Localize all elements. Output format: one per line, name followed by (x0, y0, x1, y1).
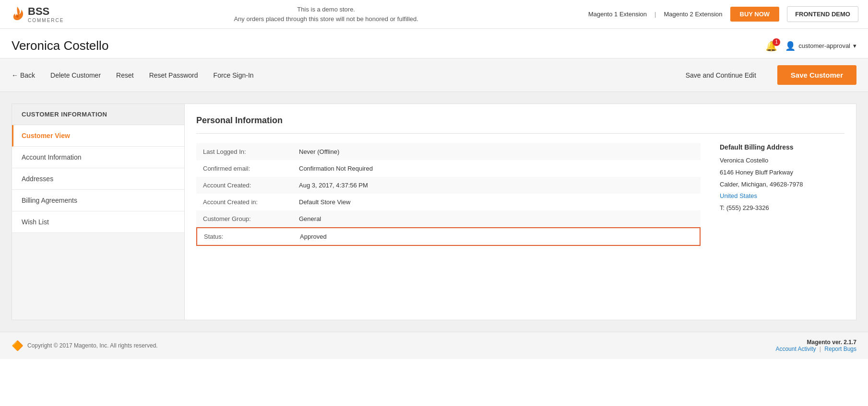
toolbar: ← Back Delete Customer Reset Reset Passw… (0, 58, 868, 92)
report-bugs-link[interactable]: Report Bugs (824, 346, 856, 352)
user-menu[interactable]: 👤 customer-approval ▾ (785, 41, 856, 51)
back-button[interactable]: ← Back (12, 69, 35, 82)
frontend-demo-button[interactable]: FRONTEND DEMO (787, 6, 858, 22)
logo-text: BSS COMMERCE (28, 5, 64, 23)
sidebar: CUSTOMER INFORMATION Customer View Accou… (12, 104, 184, 320)
page-header: Veronica Costello 🔔 1 👤 customer-approva… (0, 29, 868, 58)
user-icon: 👤 (785, 41, 796, 51)
info-row-status: Status: Approved (196, 227, 701, 246)
info-row-customer-group: Customer Group: General (196, 210, 701, 227)
billing-country-link[interactable]: United States (720, 192, 757, 199)
force-signin-button[interactable]: Force Sign-In (214, 69, 254, 82)
magento2-link[interactable]: Magento 2 Extension (664, 11, 722, 18)
info-label: Customer Group: (196, 210, 292, 227)
section-title: Personal Information (196, 116, 844, 126)
bss-flame-icon (10, 6, 25, 23)
info-row-last-logged-in: Last Logged In: Never (Offline) (196, 143, 701, 160)
info-value: General (292, 210, 701, 227)
notification-bell[interactable]: 🔔 1 (765, 40, 777, 52)
billing-street: 6146 Honey Bluff Parkway (720, 168, 844, 178)
main-content: CUSTOMER INFORMATION Customer View Accou… (0, 92, 868, 332)
sidebar-item-billing-agreements[interactable]: Billing Agreements (12, 190, 184, 211)
sidebar-item-customer-view[interactable]: Customer View (12, 125, 184, 147)
sidebar-item-wish-list[interactable]: Wish List (12, 211, 184, 233)
sidebar-item-label: Billing Agreements (22, 197, 77, 204)
billing-name: Veronica Costello (720, 156, 844, 166)
info-value-status: Approved (293, 228, 700, 245)
sidebar-item-account-information[interactable]: Account Information (12, 147, 184, 168)
sidebar-item-label: Account Information (22, 153, 82, 161)
save-customer-button[interactable]: Save Customer (777, 65, 856, 85)
info-row-confirmed-email: Confirmed email: Confirmation Not Requir… (196, 160, 701, 177)
info-label: Confirmed email: (196, 160, 292, 177)
billing-address: Default Billing Address Veronica Costell… (720, 143, 844, 246)
footer-links: Account Activity | Report Bugs (775, 346, 856, 352)
info-value: Aug 3, 2017, 4:37:56 PM (292, 177, 701, 194)
sidebar-item-label: Addresses (22, 175, 53, 183)
sidebar-item-label: Customer View (22, 132, 70, 139)
delete-customer-button[interactable]: Delete Customer (50, 69, 101, 82)
billing-title: Default Billing Address (720, 143, 844, 151)
billing-phone: T: (555) 229-3326 (720, 203, 844, 213)
section-divider (196, 133, 844, 134)
save-continue-button[interactable]: Save and Continue Edit (680, 69, 762, 82)
demo-line2: Any orders placed through this store wil… (234, 14, 418, 24)
logo-bss: BSS (28, 5, 64, 18)
footer-copyright: Copyright © 2017 Magento, Inc. All right… (27, 342, 158, 349)
logo-commerce: COMMERCE (28, 18, 64, 23)
magento-icon: 🔶 (12, 340, 24, 351)
sidebar-header: CUSTOMER INFORMATION (12, 104, 184, 125)
notification-badge: 1 (773, 38, 780, 46)
footer-version: Magento ver. 2.1.7 (775, 339, 856, 346)
footer-left: 🔶 Copyright © 2017 Magento, Inc. All rig… (12, 340, 158, 351)
footer-link-separator: | (820, 346, 821, 352)
billing-country: United States (720, 191, 844, 201)
content-area: Personal Information Last Logged In: Nev… (184, 104, 856, 320)
account-activity-link[interactable]: Account Activity (775, 346, 816, 352)
logo-area: BSS COMMERCE (10, 5, 64, 23)
buy-now-button[interactable]: BUY NOW (730, 7, 780, 22)
footer: 🔶 Copyright © 2017 Magento, Inc. All rig… (0, 332, 868, 359)
sidebar-item-label: Wish List (22, 218, 49, 226)
info-value: Default Store View (292, 194, 701, 210)
header-right: 🔔 1 👤 customer-approval ▾ (765, 40, 856, 52)
demo-notice: This is a demo store. Any orders placed … (234, 5, 418, 23)
user-label: customer-approval (798, 42, 850, 49)
info-row-account-created: Account Created: Aug 3, 2017, 4:37:56 PM (196, 177, 701, 194)
footer-right: Magento ver. 2.1.7 Account Activity | Re… (775, 339, 856, 352)
info-value: Confirmation Not Required (292, 160, 701, 177)
top-banner: BSS COMMERCE This is a demo store. Any o… (0, 0, 868, 29)
link-separator: | (654, 11, 656, 18)
sidebar-item-addresses[interactable]: Addresses (12, 168, 184, 190)
top-right-links: Magento 1 Extension | Magento 2 Extensio… (588, 6, 858, 22)
info-label: Status: (197, 228, 293, 245)
info-label: Account Created: (196, 177, 292, 194)
info-label: Account Created in: (196, 194, 292, 210)
reset-button[interactable]: Reset (116, 69, 134, 82)
page-title: Veronica Costello (12, 38, 108, 53)
info-row-account-created-in: Account Created in: Default Store View (196, 194, 701, 210)
info-value: Never (Offline) (292, 143, 701, 160)
chevron-down-icon: ▾ (853, 42, 856, 49)
personal-info-grid: Last Logged In: Never (Offline) Confirme… (196, 143, 844, 246)
info-label: Last Logged In: (196, 143, 292, 160)
magento1-link[interactable]: Magento 1 Extension (588, 11, 647, 18)
info-table: Last Logged In: Never (Offline) Confirme… (196, 143, 701, 246)
reset-password-button[interactable]: Reset Password (149, 69, 198, 82)
billing-city-state-zip: Calder, Michigan, 49628-7978 (720, 180, 844, 190)
demo-line1: This is a demo store. (234, 5, 418, 14)
